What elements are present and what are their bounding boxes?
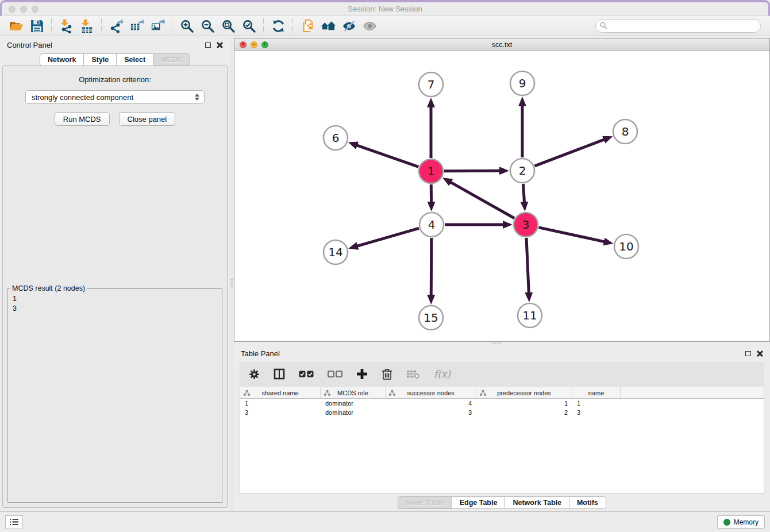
table-settings-button[interactable] — [249, 367, 260, 381]
zoom-in-button[interactable] — [176, 17, 197, 34]
export-network-icon — [109, 19, 124, 33]
toolbar-separator — [101, 18, 102, 33]
zoom-out-button[interactable] — [197, 17, 218, 34]
column-header-successor-nodes[interactable]: successor nodes — [386, 387, 476, 398]
graph-node-9[interactable]: 9 — [510, 71, 534, 95]
close-panel-icon[interactable] — [757, 350, 763, 357]
delete-table-button[interactable] — [406, 367, 420, 381]
graph-edge-4-15[interactable] — [431, 238, 432, 296]
deselect-all-button[interactable] — [328, 367, 342, 381]
column-header-name[interactable]: name — [572, 387, 621, 398]
tab-select[interactable]: Select — [116, 53, 153, 66]
show-all-button[interactable] — [359, 17, 380, 34]
checked-boxes-icon — [299, 370, 314, 378]
close-panel-icon[interactable] — [217, 42, 223, 48]
graph-edge-3-11[interactable] — [526, 238, 529, 294]
cell-predecessor-nodes[interactable]: 1 — [476, 400, 572, 407]
graph-edge-4-14[interactable] — [356, 228, 419, 246]
graph-edge-1-2[interactable] — [444, 171, 501, 171]
network-close-button[interactable]: × — [240, 41, 247, 48]
import-table-button[interactable] — [76, 17, 97, 34]
main-toolbar — [0, 16, 770, 36]
network-graph[interactable]: 7968124314101511 — [234, 51, 769, 341]
list-icon — [9, 518, 19, 526]
run-mcds-button[interactable]: Run MCDS — [55, 112, 110, 126]
float-panel-icon[interactable] — [745, 351, 751, 356]
cell-successor-nodes[interactable]: 4 — [386, 400, 476, 407]
export-image-button[interactable] — [147, 17, 168, 34]
cell-MCDS-role[interactable]: dominator — [321, 400, 386, 407]
graph-node-4[interactable]: 4 — [419, 213, 444, 237]
refresh-view-button[interactable] — [268, 17, 288, 34]
cell-name[interactable]: 3 — [572, 409, 621, 416]
import-network-icon — [59, 19, 74, 33]
column-type-icon — [244, 390, 250, 396]
tab-edge-table[interactable]: Edge Table — [452, 496, 505, 509]
graph-node-6[interactable]: 6 — [324, 126, 348, 150]
control-panel: Control Panel NetworkStyleSelectMCDS Opt… — [0, 36, 230, 511]
task-history-button[interactable] — [5, 515, 23, 529]
export-table-button[interactable] — [126, 17, 147, 34]
mcds-result-list[interactable]: 1 3 — [9, 294, 213, 295]
export-network-button[interactable] — [106, 17, 126, 34]
tab-mcds[interactable]: MCDS — [153, 53, 190, 66]
graph-node-7[interactable]: 7 — [419, 72, 443, 97]
column-header-shared-name[interactable]: shared name — [240, 387, 321, 398]
graph-node-2[interactable]: 2 — [510, 159, 534, 183]
save-session-button[interactable] — [26, 17, 47, 34]
criterion-select[interactable]: strongly connected component — [25, 90, 205, 104]
clone-network-button[interactable] — [297, 17, 318, 34]
graph-node-10[interactable]: 10 — [614, 234, 638, 259]
close-panel-button[interactable]: Close panel — [119, 112, 176, 126]
horizontal-splitter[interactable] — [234, 342, 770, 345]
cell-predecessor-nodes[interactable]: 2 — [476, 409, 572, 416]
graph-node-14[interactable]: 14 — [324, 240, 348, 264]
cell-shared-name[interactable]: 3 — [240, 409, 321, 416]
table-toolbar: f(x) — [240, 362, 764, 386]
graph-edge-2-3[interactable] — [523, 184, 524, 203]
search-input[interactable] — [595, 19, 761, 33]
graph-edge-3-1[interactable] — [449, 182, 514, 218]
import-network-button[interactable] — [56, 17, 76, 34]
select-all-button[interactable] — [299, 367, 314, 381]
add-column-button[interactable] — [356, 367, 368, 381]
split-panel-button[interactable] — [274, 367, 285, 381]
memory-button[interactable]: Memory — [717, 515, 765, 529]
tab-motifs[interactable]: Motifs — [569, 496, 606, 509]
float-panel-icon[interactable] — [205, 43, 211, 48]
column-header-predecessor-nodes[interactable]: predecessor nodes — [476, 387, 572, 398]
graph-node-15[interactable]: 15 — [419, 306, 443, 330]
toolbar-separator — [172, 18, 172, 33]
home-layout-button[interactable] — [318, 17, 338, 34]
trash-icon — [382, 368, 392, 380]
graph-node-3[interactable]: 3 — [514, 213, 538, 237]
network-minimize-button[interactable]: − — [251, 41, 257, 48]
cell-name[interactable]: 1 — [572, 400, 621, 407]
zoom-fit-button[interactable] — [218, 17, 238, 34]
delete-column-button[interactable] — [382, 367, 392, 381]
tab-network-table[interactable]: Network Table — [505, 496, 569, 509]
zoom-selected-button[interactable] — [238, 17, 259, 34]
function-builder-button[interactable]: f(x) — [434, 367, 451, 381]
graph-edge-3-10[interactable] — [538, 228, 605, 242]
tab-node-table[interactable]: Node Table — [398, 496, 451, 509]
tab-network[interactable]: Network — [40, 53, 83, 66]
graph-node-8[interactable]: 8 — [613, 119, 637, 144]
hide-selected-button[interactable] — [338, 17, 359, 34]
vertical-splitter[interactable] — [230, 36, 234, 511]
cell-successor-nodes[interactable]: 3 — [386, 409, 476, 416]
network-zoom-button[interactable]: + — [261, 41, 268, 48]
splitter-grip[interactable] — [492, 342, 502, 344]
cell-MCDS-role[interactable]: dominator — [321, 409, 386, 416]
column-header-MCDS-role[interactable]: MCDS role — [321, 387, 386, 398]
tab-style[interactable]: Style — [83, 53, 116, 66]
graph-node-11[interactable]: 11 — [518, 303, 542, 327]
splitter-grip[interactable] — [230, 279, 233, 288]
network-view-window: × − + scc.txt 7968124314101511 — [234, 38, 770, 342]
cell-shared-name[interactable]: 1 — [240, 400, 321, 407]
graph-node-1[interactable]: 1 — [419, 159, 443, 183]
graph-edge-1-6[interactable] — [356, 145, 418, 167]
open-session-button[interactable] — [6, 17, 26, 34]
graph-edge-2-8[interactable] — [535, 139, 606, 166]
network-canvas[interactable]: 7968124314101511 — [234, 51, 769, 341]
